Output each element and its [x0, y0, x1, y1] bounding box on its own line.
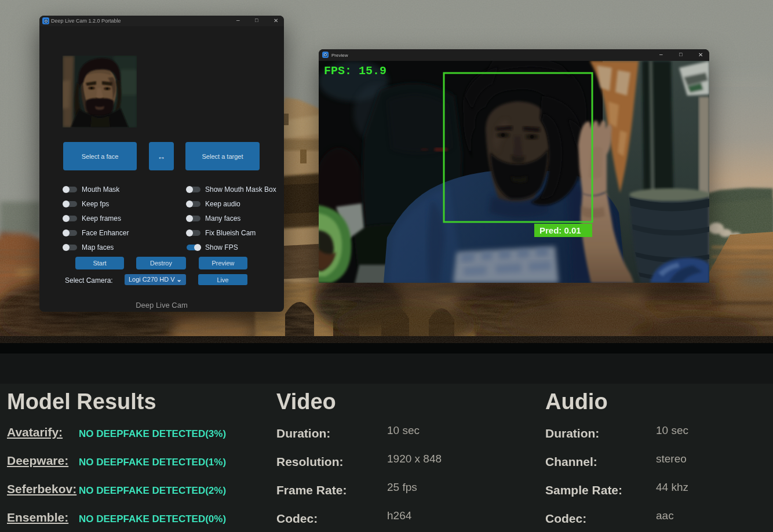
svg-text:Pred: 0.01: Pred: 0.01: [539, 225, 581, 235]
svg-text:FPS: 15.9: FPS: 15.9: [324, 64, 386, 78]
